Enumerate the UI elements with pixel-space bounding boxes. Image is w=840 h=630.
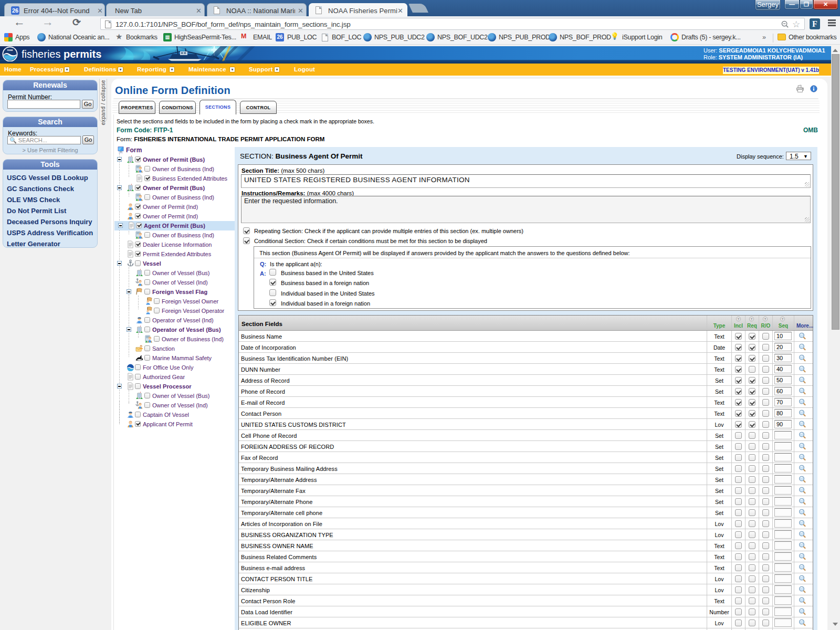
svg-text:noaa: noaa <box>7 49 13 51</box>
